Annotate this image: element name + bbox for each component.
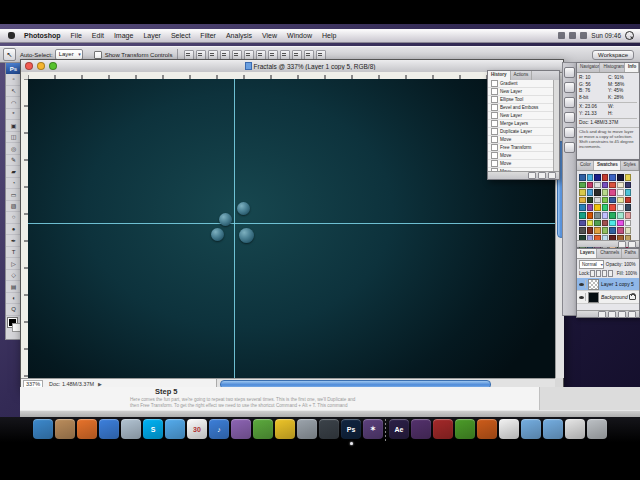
history-state[interactable]: Gradient <box>488 80 554 88</box>
clone-stamp-tool[interactable]: ▰ <box>6 166 21 178</box>
path-selection-tool[interactable]: ▷ <box>6 258 21 270</box>
trash-icon[interactable] <box>587 419 607 439</box>
menu-image[interactable]: Image <box>109 32 138 39</box>
layers-tab-paths[interactable]: Paths <box>622 249 639 258</box>
color-swatch[interactable] <box>609 204 616 211</box>
color-swatch[interactable] <box>609 220 616 227</box>
distribute-top-button[interactable] <box>256 50 266 60</box>
color-swatch[interactable] <box>602 204 609 211</box>
color-swatch[interactable] <box>587 197 594 204</box>
color-swatch[interactable] <box>594 182 601 189</box>
color-swatch[interactable] <box>625 204 632 211</box>
opacity-value[interactable]: 100% <box>624 262 636 267</box>
cyberduck-icon[interactable] <box>275 419 295 439</box>
menu-photoshop[interactable]: Photoshop <box>19 32 66 39</box>
toy-app-icon[interactable] <box>455 419 475 439</box>
new-swatch-button[interactable] <box>618 241 626 248</box>
history-state[interactable]: Move <box>488 152 554 160</box>
premiere-icon[interactable] <box>411 419 431 439</box>
swatches-tab-swatches[interactable]: Swatches <box>594 161 620 170</box>
lock-position-button[interactable] <box>602 270 607 277</box>
color-swatch[interactable] <box>609 197 616 204</box>
ichat-icon[interactable] <box>165 419 185 439</box>
itunes-icon[interactable]: ♪ <box>209 419 229 439</box>
type-tool[interactable]: T <box>6 247 21 259</box>
distribute-bottom-button[interactable] <box>280 50 290 60</box>
layer-visibility-icon[interactable] <box>577 280 586 288</box>
info-tab-info[interactable]: Info <box>625 63 639 72</box>
history-tab-actions[interactable]: Actions <box>511 71 533 80</box>
history-scrollbar[interactable] <box>553 80 559 171</box>
color-swatch[interactable] <box>602 189 609 196</box>
add-layer-style-button[interactable] <box>598 311 606 318</box>
color-swatch[interactable] <box>579 220 586 227</box>
delete-layer-button[interactable] <box>628 311 636 318</box>
color-swatch[interactable] <box>594 174 601 181</box>
color-swatch[interactable] <box>617 182 624 189</box>
color-swatch[interactable] <box>609 182 616 189</box>
color-swatch[interactable] <box>594 212 601 219</box>
globe-app-icon[interactable] <box>319 419 339 439</box>
history-state[interactable]: New Layer <box>488 88 554 96</box>
healing-brush-tool[interactable]: ◎ <box>6 143 21 155</box>
lock-all-button[interactable] <box>608 270 613 277</box>
color-swatch[interactable] <box>579 212 586 219</box>
color-swatch[interactable] <box>594 197 601 204</box>
menu-edit[interactable]: Edit <box>87 32 109 39</box>
align-bottom-button[interactable] <box>208 50 218 60</box>
lock-pixels-button[interactable] <box>596 270 601 277</box>
color-swatch[interactable] <box>579 227 586 234</box>
move-tool[interactable]: ↖ <box>6 86 21 98</box>
color-swatch[interactable] <box>579 197 586 204</box>
color-swatch[interactable] <box>587 204 594 211</box>
color-swatch[interactable] <box>625 189 632 196</box>
guide-horizontal[interactable] <box>28 223 555 224</box>
volume-status-icon[interactable] <box>580 32 587 39</box>
color-swatch[interactable] <box>594 220 601 227</box>
brush-tool[interactable]: ✎ <box>6 155 21 167</box>
color-swatch[interactable] <box>579 189 586 196</box>
canvas[interactable] <box>28 79 555 378</box>
color-swatch[interactable] <box>587 220 594 227</box>
menu-help[interactable]: Help <box>317 32 341 39</box>
minimize-window-button[interactable] <box>37 62 45 70</box>
imovie-icon[interactable]: ✶ <box>363 419 383 439</box>
photoshop-icon[interactable]: Ps <box>341 419 361 439</box>
color-swatch[interactable] <box>617 227 624 234</box>
firefox-icon[interactable] <box>77 419 97 439</box>
distribute-left-button[interactable] <box>292 50 302 60</box>
new-layer-button[interactable] <box>618 311 626 318</box>
menu-file[interactable]: File <box>66 32 87 39</box>
show-transform-checkbox[interactable] <box>94 51 102 59</box>
color-swatch[interactable] <box>617 197 624 204</box>
add-layer-mask-button[interactable] <box>608 311 616 318</box>
layer-comps-panel-icon[interactable] <box>564 127 575 138</box>
color-swatch[interactable] <box>625 174 632 181</box>
delete-swatch-button[interactable] <box>628 241 636 248</box>
history-tab-history[interactable]: History <box>488 71 511 80</box>
color-swatch[interactable] <box>594 204 601 211</box>
dodge-tool[interactable]: ● <box>6 224 21 236</box>
blur-tool[interactable]: ○ <box>6 212 21 224</box>
history-state[interactable]: Move <box>488 160 554 168</box>
create-document-from-state-button[interactable] <box>528 172 536 179</box>
color-swatch[interactable] <box>602 227 609 234</box>
info-tab-navigator[interactable]: Navigator <box>577 63 600 72</box>
mail-icon[interactable] <box>121 419 141 439</box>
color-swatch[interactable] <box>587 174 594 181</box>
screenflow-icon[interactable] <box>231 419 251 439</box>
info-tab-histogram[interactable]: Histogram <box>600 63 625 72</box>
color-swatch[interactable] <box>617 220 624 227</box>
distribute-right-button[interactable] <box>316 50 326 60</box>
folder-icon-2[interactable] <box>543 419 563 439</box>
color-swatch[interactable] <box>602 212 609 219</box>
lamp-app-icon[interactable] <box>477 419 497 439</box>
color-swatch[interactable] <box>602 182 609 189</box>
lasso-tool[interactable]: ◠ <box>6 97 21 109</box>
swatches-tab-color[interactable]: Color <box>577 161 594 170</box>
history-state[interactable]: Move <box>488 136 554 144</box>
color-swatch[interactable] <box>625 227 632 234</box>
menu-window[interactable]: Window <box>282 32 317 39</box>
color-swatch[interactable] <box>625 182 632 189</box>
color-swatch[interactable] <box>617 204 624 211</box>
